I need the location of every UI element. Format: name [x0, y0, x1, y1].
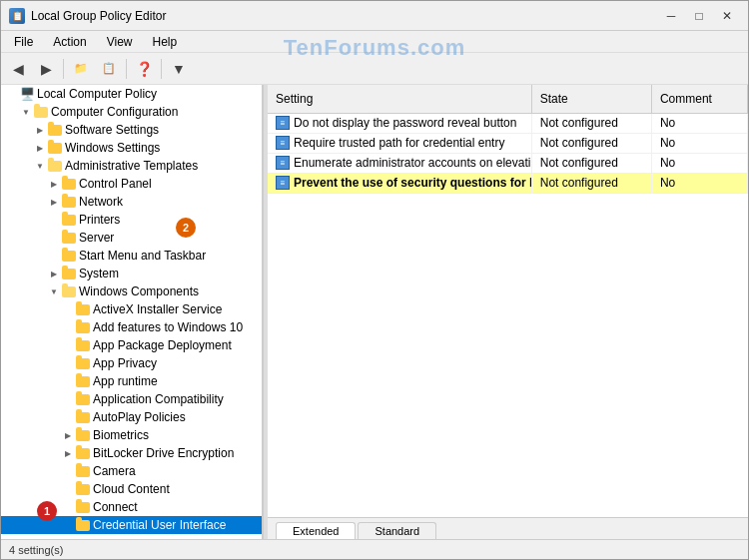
- tree-item-software-settings[interactable]: ▶Software Settings: [1, 121, 262, 139]
- tree-item-start-menu[interactable]: Start Menu and Taskbar: [1, 247, 262, 265]
- tree-item-autoplay[interactable]: AutoPlay Policies: [1, 408, 262, 426]
- toolbar-filter[interactable]: ▼: [166, 57, 192, 81]
- toolbar-btn-2[interactable]: 📋: [96, 57, 122, 81]
- toolbar-btn-1[interactable]: 📁: [68, 57, 94, 81]
- tab-extended[interactable]: Extended: [276, 522, 356, 539]
- col-state[interactable]: State: [531, 85, 651, 113]
- tree-arrow-network: ▶: [47, 198, 61, 207]
- cell-setting-row2: ≡Require trusted path for credential ent…: [268, 133, 531, 153]
- app-window: 📋 Local Group Policy Editor ─ □ ✕ TenFor…: [0, 0, 749, 560]
- tree-icon-camera: [75, 464, 91, 478]
- tree-item-cloud-content[interactable]: Cloud Content: [1, 480, 262, 498]
- tree-item-activex[interactable]: ActiveX Installer Service: [1, 300, 262, 318]
- tree-label-biometrics: Biometrics: [93, 428, 149, 442]
- tree-icon-computer-config: [33, 105, 49, 119]
- tree-item-biometrics[interactable]: ▶Biometrics: [1, 426, 262, 444]
- tree-icon-system: [61, 267, 77, 280]
- badge-1: 1: [37, 501, 57, 521]
- toolbar-separator-1: [63, 59, 64, 79]
- table-row-row2[interactable]: ≡Require trusted path for credential ent…: [268, 133, 748, 153]
- tree-panel[interactable]: 1 2 🖥️Local Computer Policy▼Computer Con…: [1, 85, 264, 539]
- tree-label-windows-settings: Windows Settings: [65, 141, 160, 155]
- menu-bar: File Action View Help: [1, 31, 748, 53]
- tree-icon-cloud-content: [75, 482, 91, 496]
- tree-icon-connect: [75, 500, 91, 514]
- tree-icon-app-compat: [75, 392, 91, 406]
- tab-standard[interactable]: Standard: [358, 522, 436, 539]
- restore-button[interactable]: □: [686, 6, 712, 26]
- cell-setting-row3: ≡Enumerate administrator accounts on ele…: [268, 153, 531, 173]
- tree-label-windows-components: Windows Components: [79, 284, 199, 298]
- col-comment[interactable]: Comment: [651, 85, 747, 113]
- menu-view[interactable]: View: [98, 32, 142, 52]
- table-row-row1[interactable]: ≡Do not display the password reveal butt…: [268, 113, 748, 133]
- tree-item-app-compat[interactable]: Application Compatibility: [1, 390, 262, 408]
- tree-arrow-control-panel: ▶: [47, 180, 61, 189]
- settings-table: Setting State Comment ≡Do not displ: [268, 85, 748, 194]
- tree-item-app-runtime[interactable]: App runtime: [1, 372, 262, 390]
- table-row-row3[interactable]: ≡Enumerate administrator accounts on ele…: [268, 153, 748, 173]
- tree-icon-app-runtime: [75, 374, 91, 388]
- cell-setting-row4: ≡Prevent the use of security questions f…: [268, 173, 531, 193]
- tree-label-cloud-content: Cloud Content: [93, 482, 170, 496]
- title-bar: 📋 Local Group Policy Editor ─ □ ✕: [1, 1, 748, 31]
- tree-arrow-biometrics: ▶: [61, 431, 75, 440]
- table-header: Setting State Comment: [268, 85, 748, 113]
- tree-item-server[interactable]: Server: [1, 229, 262, 247]
- setting-icon-row4: ≡: [276, 176, 290, 190]
- tree-item-computer-config[interactable]: ▼Computer Configuration: [1, 103, 262, 121]
- tree-label-app-privacy: App Privacy: [93, 356, 157, 370]
- toolbar-help[interactable]: ❓: [131, 57, 157, 81]
- badge-2: 2: [176, 218, 196, 238]
- minimize-button[interactable]: ─: [658, 6, 684, 26]
- tree-icon-server: [61, 231, 77, 245]
- tree-item-app-privacy[interactable]: App Privacy: [1, 354, 262, 372]
- close-button[interactable]: ✕: [714, 6, 740, 26]
- tree-item-windows-settings[interactable]: ▶Windows Settings: [1, 139, 262, 157]
- tree-label-local-policy: Local Computer Policy: [37, 87, 157, 101]
- tree-item-bitlocker[interactable]: ▶BitLocker Drive Encryption: [1, 444, 262, 462]
- setting-text-row3: Enumerate administrator accounts on elev…: [294, 156, 531, 170]
- cell-setting-row1: ≡Do not display the password reveal butt…: [268, 113, 531, 133]
- tree-item-printers[interactable]: Printers: [1, 211, 262, 229]
- tree-icon-add-features: [75, 320, 91, 334]
- table-row-row4[interactable]: ≡Prevent the use of security questions f…: [268, 173, 748, 193]
- cell-state-row4: Not configured: [531, 173, 651, 193]
- setting-text-row1: Do not display the password reveal butto…: [294, 116, 516, 130]
- tree-item-system[interactable]: ▶System: [1, 265, 262, 282]
- tree-item-camera[interactable]: Camera: [1, 462, 262, 480]
- setting-icon-row1: ≡: [276, 116, 290, 130]
- tree-label-control-panel: Control Panel: [79, 177, 152, 191]
- toolbar-forward[interactable]: ▶: [33, 57, 59, 81]
- toolbar-back[interactable]: ◀: [5, 57, 31, 81]
- title-bar-controls: ─ □ ✕: [658, 6, 740, 26]
- tree-item-add-features[interactable]: Add features to Windows 10: [1, 318, 262, 336]
- tree-item-control-panel[interactable]: ▶Control Panel: [1, 175, 262, 193]
- cell-state-row3: Not configured: [531, 153, 651, 173]
- menu-file[interactable]: File: [5, 32, 42, 52]
- tree-label-app-package: App Package Deployment: [93, 338, 232, 352]
- tree-label-app-runtime: App runtime: [93, 374, 158, 388]
- menu-help[interactable]: Help: [144, 32, 187, 52]
- tree-label-autoplay: AutoPlay Policies: [93, 410, 186, 424]
- cell-state-row2: Not configured: [531, 133, 651, 153]
- tree-label-admin-templates: Administrative Templates: [65, 159, 198, 173]
- tree-item-network[interactable]: ▶Network: [1, 193, 262, 211]
- tree-icon-printers: [61, 213, 77, 227]
- tree-icon-software-settings: [47, 123, 63, 137]
- settings-scroll[interactable]: Setting State Comment ≡Do not displ: [268, 85, 748, 517]
- menu-action[interactable]: Action: [44, 32, 95, 52]
- tree-label-bitlocker: BitLocker Drive Encryption: [93, 446, 234, 460]
- cell-comment-row1: No: [651, 113, 747, 133]
- tree-item-admin-templates[interactable]: ▼Administrative Templates: [1, 157, 262, 175]
- col-setting[interactable]: Setting: [268, 85, 531, 113]
- tree-label-start-menu: Start Menu and Taskbar: [79, 249, 206, 263]
- tree-label-connect: Connect: [93, 500, 138, 514]
- tree-item-app-package[interactable]: App Package Deployment: [1, 336, 262, 354]
- tree-icon-app-package: [75, 338, 91, 352]
- tree-item-windows-components[interactable]: ▼Windows Components: [1, 282, 262, 300]
- cell-state-row1: Not configured: [531, 113, 651, 133]
- app-title: Local Group Policy Editor: [31, 9, 166, 23]
- tree-item-local-policy[interactable]: 🖥️Local Computer Policy: [1, 85, 262, 103]
- status-text: 4 setting(s): [9, 544, 63, 556]
